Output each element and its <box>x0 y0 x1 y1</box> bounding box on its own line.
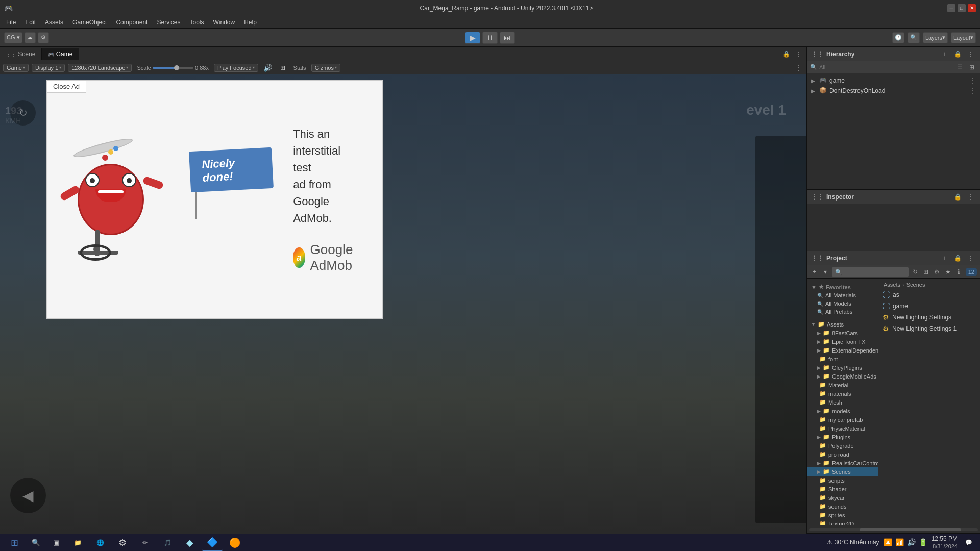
tab-menu-btn[interactable]: ⋮ <box>793 49 803 59</box>
stats-control[interactable]: Stats <box>291 64 308 72</box>
maximize-button[interactable]: □ <box>958 4 966 12</box>
taskbar-app-diamond[interactable]: ◆ <box>180 534 200 552</box>
play-focused-dropdown[interactable]: Play Focused ▾ <box>214 64 258 72</box>
grid-btn[interactable]: ⊞ <box>277 62 288 73</box>
search-taskbar-btn[interactable]: 🔍 <box>27 536 45 550</box>
folder-external[interactable]: ▶ 📁 ExternalDependenc <box>807 346 878 355</box>
hierarchy-item-game[interactable]: ▶ 🎮 game ⋮ <box>807 76 980 86</box>
taskbar-app-music[interactable]: 🎵 <box>157 534 178 552</box>
search-btn[interactable]: 🔍 <box>908 32 920 43</box>
wifi-icon[interactable]: 📶 <box>895 538 904 546</box>
minimize-button[interactable]: ─ <box>947 4 955 12</box>
folder-realisticcar[interactable]: ▶ 📁 RealisticCarControl <box>807 459 878 467</box>
hierarchy-search-input[interactable] <box>819 64 954 70</box>
display-dropdown[interactable]: Display 1 ▾ <box>32 64 65 72</box>
folder-proroad[interactable]: 📁 pro road <box>807 450 878 459</box>
menu-edit[interactable]: Edit <box>21 18 40 27</box>
project-add-btn2[interactable]: + <box>810 267 819 277</box>
viewport-menu-btn[interactable]: ⋮ <box>793 63 803 73</box>
mute-btn[interactable]: 🔊 <box>261 62 274 73</box>
hierarchy-item-menu2[interactable]: ⋮ <box>970 87 976 94</box>
layers-dropdown[interactable]: Layers ▾ <box>923 32 948 43</box>
taskbar-app-orange[interactable]: 🟠 <box>225 534 245 552</box>
project-add-btn[interactable]: + <box>939 253 949 263</box>
project-refresh-btn[interactable]: ↻ <box>911 267 920 277</box>
close-ad-button[interactable]: Close Ad <box>46 80 86 93</box>
game-dropdown[interactable]: Game ▾ <box>3 64 29 72</box>
menu-help[interactable]: Help <box>240 18 261 27</box>
folder-scripts[interactable]: 📁 scripts <box>807 476 878 485</box>
taskbar-app-pen[interactable]: ✏ <box>135 534 155 552</box>
folder-polygrade[interactable]: 📁 Polygrade <box>807 441 878 450</box>
hierarchy-lock-btn[interactable]: 🔒 <box>952 49 963 59</box>
resolution-dropdown[interactable]: 1280x720 Landscape ▾ <box>68 64 132 72</box>
folder-8fastcars[interactable]: ▶ 📁 8FastCars <box>807 329 878 337</box>
clock[interactable]: 12:55 PM 8/31/2024 <box>932 535 958 550</box>
folder-mycarprefab[interactable]: 📁 my car prefab <box>807 415 878 424</box>
folder-models[interactable]: ▶ 📁 models <box>807 407 878 415</box>
layout-dropdown[interactable]: Layout ▾ <box>951 32 976 43</box>
folder-epictoon[interactable]: ▶ 📁 Epic Toon FX <box>807 337 878 346</box>
volume-icon[interactable]: 🔊 <box>907 538 916 546</box>
cloud-btn[interactable]: ☁ <box>24 32 36 43</box>
taskbar-app-unity[interactable]: 🔷 <box>202 534 223 552</box>
project-info-btn[interactable]: ℹ <box>954 267 964 277</box>
project-scrollbar[interactable] <box>807 525 980 533</box>
taskbar-app-settings[interactable]: ⚙ <box>112 534 133 552</box>
folder-font[interactable]: 📁 font <box>807 355 878 363</box>
menu-component[interactable]: Component <box>112 18 152 27</box>
scene-game[interactable]: ⛶ game <box>880 300 978 312</box>
folder-material[interactable]: 📁 Material <box>807 381 878 389</box>
folder-scenes[interactable]: ▶ 📁 Scenes <box>807 467 878 476</box>
hierarchy-filter-btn[interactable]: ☰ <box>954 62 965 72</box>
cg-dropdown[interactable]: CG ▾ <box>4 32 22 43</box>
project-nav-btn[interactable]: ▾ <box>821 267 830 277</box>
project-search-input[interactable] <box>832 267 909 277</box>
start-button[interactable]: ⊞ <box>4 536 24 550</box>
taskbar-app-edge[interactable]: 🌐 <box>90 534 110 552</box>
folder-googlemobileads[interactable]: ▶ 📁 GoogleMobileAds <box>807 372 878 381</box>
folder-materials[interactable]: 📁 materials <box>807 389 878 398</box>
hierarchy-item-menu[interactable]: ⋮ <box>970 77 976 84</box>
weather-widget[interactable]: ⚠ 30°C Nhiều mây <box>827 539 879 546</box>
folder-skycar[interactable]: 📁 skycar <box>807 493 878 502</box>
fav-all-materials[interactable]: 🔍 All Materials <box>807 291 878 299</box>
fav-all-prefabs[interactable]: 🔍 All Prefabs <box>807 308 878 316</box>
project-favorite-btn[interactable]: ★ <box>944 267 953 277</box>
task-view-btn[interactable]: ▣ <box>47 536 65 550</box>
hierarchy-expand-btn[interactable]: ⊞ <box>967 62 977 72</box>
battery-icon[interactable]: 🔋 <box>919 538 927 546</box>
folder-sprites[interactable]: 📁 sprites <box>807 511 878 519</box>
folder-plugins[interactable]: ▶ 📁 Plugins <box>807 433 878 441</box>
folder-gleyplugins[interactable]: ▶ 📁 GleyPlugins <box>807 363 878 372</box>
inspector-menu-btn[interactable]: ⋮ <box>966 192 976 202</box>
scale-control[interactable]: Scale 0.88x <box>135 64 210 72</box>
folder-mesh[interactable]: 📁 Mesh <box>807 398 878 407</box>
gizmos-dropdown[interactable]: Gizmos ▾ <box>311 64 340 72</box>
hierarchy-add-btn[interactable]: + <box>939 49 949 59</box>
play-button[interactable]: ▶ <box>465 32 480 44</box>
folder-texture2d[interactable]: 📁 Texture2D <box>807 519 878 525</box>
hierarchy-search-bar[interactable]: 🔍 ☰ ⊞ <box>807 61 980 73</box>
menu-assets[interactable]: Assets <box>41 18 67 27</box>
scene-lighting-2[interactable]: ⚙ New Lighting Settings 1 <box>880 323 978 334</box>
menu-tools[interactable]: Tools <box>185 18 208 27</box>
menu-window[interactable]: Window <box>209 18 239 27</box>
tab-lock-btn[interactable]: 🔒 <box>781 49 791 59</box>
step-button[interactable]: ⏭ <box>500 32 515 44</box>
hierarchy-item-dontdestroy[interactable]: ▶ 📦 DontDestroyOnLoad ⋮ <box>807 86 980 96</box>
menu-services[interactable]: Services <box>153 18 184 27</box>
project-lock-btn[interactable]: 🔒 <box>952 253 963 263</box>
menu-file[interactable]: File <box>2 18 20 27</box>
fav-all-models[interactable]: 🔍 All Models <box>807 299 878 308</box>
pause-button[interactable]: ⏸ <box>482 32 498 44</box>
folder-physicmaterial[interactable]: 📁 PhysicMaterial <box>807 424 878 433</box>
inspector-lock-btn[interactable]: 🔒 <box>952 192 963 202</box>
assets-root[interactable]: ▼ 📁 Assets <box>807 320 878 329</box>
network-icon[interactable]: 🔼 <box>884 538 892 546</box>
project-filter-btn[interactable]: ⊞ <box>922 267 931 277</box>
taskbar-app-explorer[interactable]: 📁 <box>67 534 88 552</box>
folder-sounds[interactable]: 📁 sounds <box>807 502 878 511</box>
hierarchy-menu-btn[interactable]: ⋮ <box>966 49 976 59</box>
scene-lighting-1[interactable]: ⚙ New Lighting Settings <box>880 312 978 323</box>
